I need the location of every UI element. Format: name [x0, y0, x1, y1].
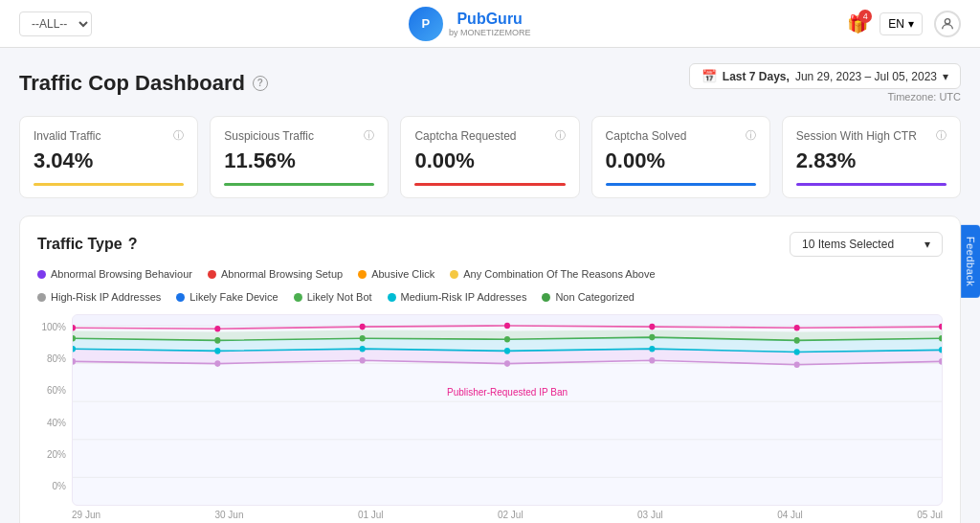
- svg-point-21: [649, 334, 655, 341]
- legend-dot-4: [37, 293, 46, 302]
- title-help-icon[interactable]: ?: [253, 76, 268, 91]
- kpi-header: Session With High CTR ⓘ: [796, 128, 947, 143]
- chart-wrapper: 100% 80% 60% 40% 20% 0% Publisher-Reques…: [37, 314, 943, 520]
- svg-point-22: [794, 337, 800, 344]
- legend-label-1: Abnormal Browsing Setup: [221, 268, 343, 280]
- kpi-label: Session With High CTR: [796, 129, 917, 143]
- y-axis: 100% 80% 60% 40% 20% 0%: [37, 314, 72, 520]
- logo-icon: P: [409, 7, 443, 41]
- calendar-icon: 📅: [702, 69, 717, 83]
- kpi-header: Suspicious Traffic ⓘ: [224, 128, 374, 143]
- traffic-type-header: Traffic Type ? 10 Items Selected ▾: [37, 232, 943, 257]
- kpi-bar: [606, 183, 756, 186]
- header-left: --ALL--: [19, 11, 92, 36]
- svg-point-29: [794, 349, 800, 355]
- legend-label-8: Non Categorized: [555, 291, 635, 303]
- language-selector[interactable]: EN ▾: [880, 12, 923, 35]
- kpi-value: 0.00%: [606, 148, 756, 173]
- user-avatar[interactable]: [934, 11, 961, 37]
- kpi-bar: [414, 183, 565, 186]
- kpi-cards-row: Invalid Traffic ⓘ 3.04% Suspicious Traff…: [19, 116, 961, 198]
- kpi-help-icon[interactable]: ⓘ: [555, 128, 566, 143]
- svg-point-14: [649, 324, 655, 330]
- section-help-icon[interactable]: ?: [128, 236, 138, 253]
- legend-label-4: High-Risk IP Addresses: [51, 291, 161, 303]
- kpi-header: Invalid Traffic ⓘ: [33, 128, 184, 143]
- svg-point-13: [504, 323, 510, 330]
- kpi-help-icon[interactable]: ⓘ: [936, 128, 947, 143]
- kpi-value: 2.83%: [796, 148, 947, 173]
- legend-item-2: Abusive Click: [358, 268, 434, 280]
- kpi-help-icon[interactable]: ⓘ: [746, 128, 756, 143]
- x-label-2: 01 Jul: [358, 510, 384, 520]
- date-value: Jun 29, 2023 – Jul 05, 2023: [795, 70, 937, 83]
- legend-dot-6: [294, 293, 302, 302]
- kpi-card-captcha-requested: Captcha Requested ⓘ 0.00%: [400, 116, 579, 198]
- kpi-value: 0.00%: [414, 148, 565, 173]
- legend-label-3: Any Combination Of The Reasons Above: [463, 268, 655, 280]
- page-title: Traffic Cop Dashboard: [19, 71, 245, 96]
- kpi-label: Captcha Solved: [606, 129, 687, 143]
- chart-svg: [73, 315, 942, 505]
- kpi-card-high-ctr: Session With High CTR ⓘ 2.83%: [782, 116, 961, 198]
- legend-label-7: Medium-Risk IP Addresses: [401, 291, 527, 303]
- legend-dot-8: [542, 293, 550, 302]
- legend-item-1: Abnormal Browsing Setup: [208, 268, 343, 280]
- legend-dot-3: [450, 270, 458, 279]
- svg-point-26: [360, 346, 366, 352]
- date-range-button[interactable]: 📅 Last 7 Days, Jun 29, 2023 – Jul 05, 20…: [689, 63, 961, 89]
- timezone-label: Timezone: UTC: [887, 91, 961, 102]
- traffic-type-section: Traffic Type ? 10 Items Selected ▾ Abnor…: [19, 216, 961, 523]
- svg-point-19: [360, 335, 366, 342]
- app-header: --ALL-- P PubGuru by MONETIZEMORE 🎁 4 EN…: [0, 0, 980, 48]
- legend-dot-2: [358, 270, 367, 279]
- items-selected-label: 10 Items Selected: [802, 238, 894, 251]
- items-selected-dropdown[interactable]: 10 Items Selected ▾: [790, 232, 943, 257]
- kpi-value: 3.04%: [33, 148, 184, 173]
- page-title-area: Traffic Cop Dashboard ?: [19, 71, 268, 96]
- kpi-bar: [224, 183, 374, 186]
- svg-point-34: [504, 360, 510, 367]
- x-label-5: 04 Jul: [777, 510, 803, 520]
- y-label-60: 60%: [37, 385, 66, 396]
- kpi-help-icon[interactable]: ⓘ: [364, 128, 374, 143]
- legend-dot-7: [388, 293, 396, 302]
- section-title-area: Traffic Type ?: [37, 236, 137, 253]
- kpi-bar: [33, 183, 184, 186]
- date-chevron-icon: ▾: [943, 70, 948, 83]
- kpi-label: Suspicious Traffic: [224, 129, 314, 143]
- notification-bell[interactable]: 🎁 4: [847, 13, 868, 34]
- legend-label-2: Abusive Click: [371, 268, 434, 280]
- main-content: Traffic Cop Dashboard ? 📅 Last 7 Days, J…: [0, 48, 980, 523]
- dropdown-chevron-icon: ▾: [924, 238, 930, 251]
- legend-dot-1: [208, 270, 216, 279]
- legend-dot-0: [37, 270, 46, 279]
- logo-title: PubGuru: [457, 11, 522, 28]
- site-selector[interactable]: --ALL--: [19, 11, 92, 36]
- logo-subtitle: by MONETIZEMORE: [449, 28, 531, 37]
- feedback-tab[interactable]: Feedback: [961, 225, 980, 298]
- chart-inner: Publisher-Requested IP Ban: [72, 314, 943, 520]
- kpi-help-icon[interactable]: ⓘ: [173, 128, 184, 143]
- section-title: Traffic Type: [37, 236, 122, 253]
- legend-item-7: Medium-Risk IP Addresses: [388, 291, 527, 303]
- x-label-1: 30 Jun: [214, 510, 243, 520]
- date-range-area: 📅 Last 7 Days, Jun 29, 2023 – Jul 05, 20…: [689, 63, 961, 102]
- svg-point-12: [360, 324, 366, 330]
- kpi-header: Captcha Solved ⓘ: [606, 128, 756, 143]
- y-label-0: 0%: [37, 481, 66, 491]
- svg-point-0: [945, 18, 949, 23]
- chart-area: Publisher-Requested IP Ban: [72, 314, 943, 506]
- legend-item-4: High-Risk IP Addresses: [37, 291, 161, 303]
- date-label: Last 7 Days,: [723, 70, 790, 83]
- chart-legend-2: High-Risk IP Addresses Likely Fake Devic…: [37, 291, 943, 303]
- x-label-6: 05 Jul: [917, 510, 943, 520]
- legend-dot-5: [176, 293, 185, 302]
- svg-point-25: [214, 348, 220, 354]
- kpi-label: Captcha Requested: [414, 129, 516, 143]
- svg-point-20: [504, 336, 510, 343]
- svg-point-15: [794, 325, 800, 331]
- legend-item-3: Any Combination Of The Reasons Above: [450, 268, 655, 280]
- legend-item-6: Likely Not Bot: [294, 291, 372, 303]
- legend-item-0: Abnormal Browsing Behaviour: [37, 268, 192, 280]
